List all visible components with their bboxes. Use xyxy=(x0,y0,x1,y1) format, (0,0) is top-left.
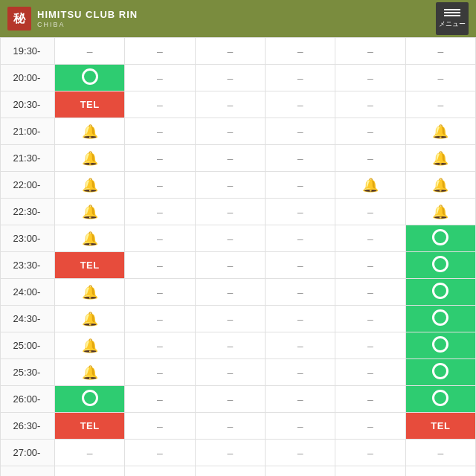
data-cell: – xyxy=(195,306,265,332)
dash-icon: – xyxy=(157,206,163,218)
data-cell: 🔔 xyxy=(405,172,475,199)
time-cell: 24:30- xyxy=(1,306,55,332)
logo-icon: 秘 xyxy=(7,7,31,30)
data-cell: – xyxy=(266,440,335,466)
circle-icon xyxy=(82,68,98,85)
table-row: 27:00-–––––– xyxy=(1,440,476,466)
data-cell: – xyxy=(335,145,405,172)
dash-icon: – xyxy=(437,447,443,459)
dash-icon: – xyxy=(157,340,163,352)
data-cell xyxy=(405,252,475,279)
dash-icon: – xyxy=(157,393,163,405)
data-cell: – xyxy=(335,252,405,279)
dash-icon: – xyxy=(367,126,373,138)
bell-icon: 🔔 xyxy=(82,312,98,327)
data-cell: – xyxy=(335,38,405,65)
dash-icon: – xyxy=(227,206,233,218)
bell-icon: 🔔 xyxy=(82,205,98,219)
dash-icon: – xyxy=(367,206,373,218)
dash-icon: – xyxy=(227,393,233,405)
table-row: 22:00-🔔–––🔔🔔 xyxy=(1,172,476,199)
data-cell: – xyxy=(195,252,265,279)
data-cell: – xyxy=(266,118,335,145)
time-cell: 20:00- xyxy=(1,65,55,91)
dash-icon: – xyxy=(298,367,303,379)
data-cell: – xyxy=(405,38,475,65)
circle-icon xyxy=(82,390,98,406)
data-cell: – xyxy=(335,413,405,440)
dash-icon: – xyxy=(298,474,303,477)
data-cell: – xyxy=(125,91,195,118)
data-cell xyxy=(405,332,475,359)
data-cell: – xyxy=(55,466,125,477)
dash-icon: – xyxy=(367,340,373,352)
bell-icon: 🔔 xyxy=(82,151,98,166)
dash-icon: – xyxy=(367,447,373,459)
dash-icon: – xyxy=(298,447,303,459)
data-cell: – xyxy=(266,252,335,279)
time-cell: 27:00- xyxy=(1,440,55,466)
data-cell: – xyxy=(405,65,475,91)
header-logo: 秘 HIMITSU CLUB RIN CHIBA xyxy=(7,7,138,30)
hamburger-line-3 xyxy=(444,15,460,16)
data-cell: – xyxy=(335,359,405,386)
header-subtitle: CHIBA xyxy=(37,21,138,28)
data-cell: 🔔 xyxy=(55,199,125,225)
data-cell: – xyxy=(195,225,265,252)
data-cell: 🔔 xyxy=(405,199,475,225)
data-cell: – xyxy=(266,413,335,440)
data-cell: 🔔 xyxy=(55,306,125,332)
data-cell: – xyxy=(125,413,195,440)
dash-icon: – xyxy=(227,152,233,164)
dash-icon: – xyxy=(367,152,373,164)
dash-icon: – xyxy=(298,206,303,218)
data-cell: – xyxy=(195,466,265,477)
menu-button[interactable]: メニュー xyxy=(436,2,469,35)
dash-icon: – xyxy=(367,45,373,57)
data-cell: – xyxy=(125,252,195,279)
dash-icon: – xyxy=(367,393,373,405)
dash-icon: – xyxy=(227,367,233,379)
table-row: 21:00-🔔––––🔔 xyxy=(1,118,476,145)
dash-icon: – xyxy=(157,233,163,245)
dash-icon: – xyxy=(298,286,303,298)
data-cell: – xyxy=(266,65,335,91)
data-cell: – xyxy=(195,145,265,172)
data-cell: – xyxy=(266,306,335,332)
data-cell: – xyxy=(195,172,265,199)
data-cell: – xyxy=(266,332,335,359)
bell-icon: 🔔 xyxy=(82,124,98,139)
hamburger-line-2 xyxy=(444,12,460,13)
data-cell: – xyxy=(195,199,265,225)
dash-icon: – xyxy=(298,45,303,57)
table-row: 19:30-–––––– xyxy=(1,38,476,65)
table-row: 24:30-🔔–––– xyxy=(1,306,476,332)
data-cell: – xyxy=(266,386,335,413)
schedule-table: 19:30-––––––20:00-–––––20:30-TEL–––––21:… xyxy=(0,37,476,476)
time-cell: 26:00- xyxy=(1,386,55,413)
data-cell: – xyxy=(266,38,335,65)
tel-label: TEL xyxy=(80,420,100,431)
data-cell: – xyxy=(125,386,195,413)
dash-icon: – xyxy=(298,179,303,191)
data-cell: – xyxy=(266,359,335,386)
dash-icon: – xyxy=(227,260,233,271)
circle-icon xyxy=(432,363,448,379)
tel-label: TEL xyxy=(80,260,100,271)
table-row: 21:30-🔔––––🔔 xyxy=(1,145,476,172)
time-cell: 25:30- xyxy=(1,359,55,386)
dash-icon: – xyxy=(298,99,303,111)
circle-icon xyxy=(432,309,448,326)
bell-icon: 🔔 xyxy=(82,365,98,380)
data-cell: – xyxy=(195,386,265,413)
table-row: 25:00-🔔–––– xyxy=(1,332,476,359)
data-cell: – xyxy=(335,118,405,145)
dash-icon: – xyxy=(298,152,303,164)
data-cell: – xyxy=(335,279,405,306)
bell-icon: 🔔 xyxy=(432,124,448,139)
data-cell: 🔔 xyxy=(405,145,475,172)
dash-icon: – xyxy=(157,126,163,138)
table-row: 20:00-––––– xyxy=(1,65,476,91)
data-cell: – xyxy=(195,359,265,386)
data-cell: – xyxy=(266,172,335,199)
